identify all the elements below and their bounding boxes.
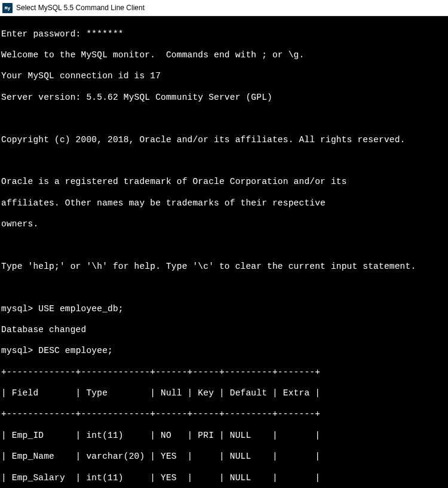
blank-line: [1, 113, 447, 124]
prompt: mysql>: [1, 304, 33, 314]
title-bar[interactable]: My Select MySQL 5.5 Command Line Client: [0, 0, 448, 16]
blank-line: [1, 283, 447, 293]
cmd-line: mysql> USE employee_db;: [1, 304, 447, 315]
prompt: mysql>: [1, 346, 33, 355]
trademark-line: owners.: [1, 219, 447, 230]
connection-id-line: Your MySQL connection id is 17: [1, 71, 447, 82]
copyright-line: Copyright (c) 2000, 2018, Oracle and/or …: [1, 135, 447, 146]
trademark-line: affiliates. Other names may be trademark…: [1, 198, 447, 209]
trademark-line: Oracle is a registered trademark of Orac…: [1, 177, 447, 188]
terminal-output[interactable]: Enter password: ******* Welcome to the M…: [0, 16, 448, 488]
help-line: Type 'help;' or '\h' for help. Type '\c'…: [1, 262, 447, 272]
sql-command: USE employee_db;: [38, 304, 123, 314]
sql-command: DESC employee;: [38, 346, 113, 355]
table-row: | Emp_Name | varchar(20) | YES | | NULL …: [1, 452, 447, 462]
table-border: +-------------+-------------+------+----…: [1, 367, 447, 378]
app-icon: My: [2, 3, 13, 13]
welcome-line: Welcome to the MySQL monitor. Commands e…: [1, 50, 447, 61]
window-title: Select MySQL 5.5 Command Line Client: [16, 4, 145, 12]
table-row: | Emp_ID | int(11) | NO | PRI | NULL | |: [1, 431, 447, 441]
server-version-line: Server version: 5.5.62 MySQL Community S…: [1, 93, 447, 103]
cmd-line: mysql> DESC employee;: [1, 346, 447, 357]
table-header: | Field | Type | Null | Key | Default | …: [1, 388, 447, 399]
table-row: | Emp_Salary | int(11) | YES | | NULL | …: [1, 473, 447, 484]
blank-line: [1, 156, 447, 167]
db-changed-line: Database changed: [1, 325, 447, 336]
password-prompt: Enter password: *******: [1, 29, 447, 40]
table-border: +-------------+-------------+------+----…: [1, 409, 447, 420]
blank-line: [1, 240, 447, 251]
